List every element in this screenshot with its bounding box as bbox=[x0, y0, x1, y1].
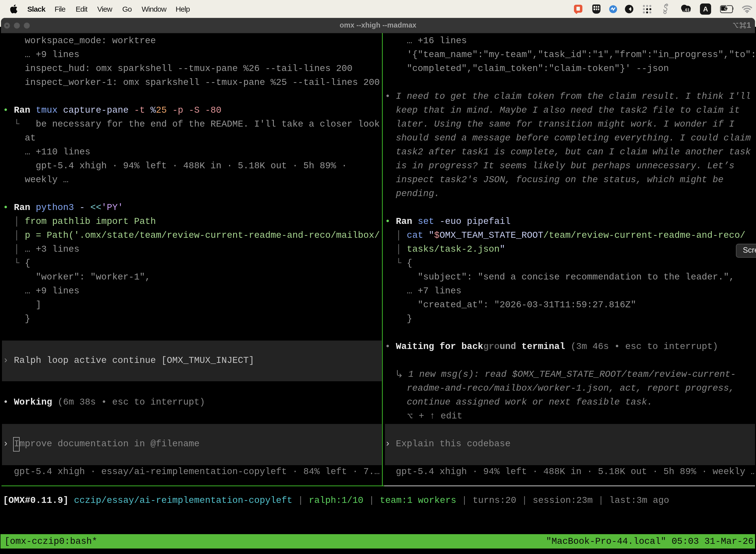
svg-text:..61: ..61 bbox=[683, 8, 690, 12]
